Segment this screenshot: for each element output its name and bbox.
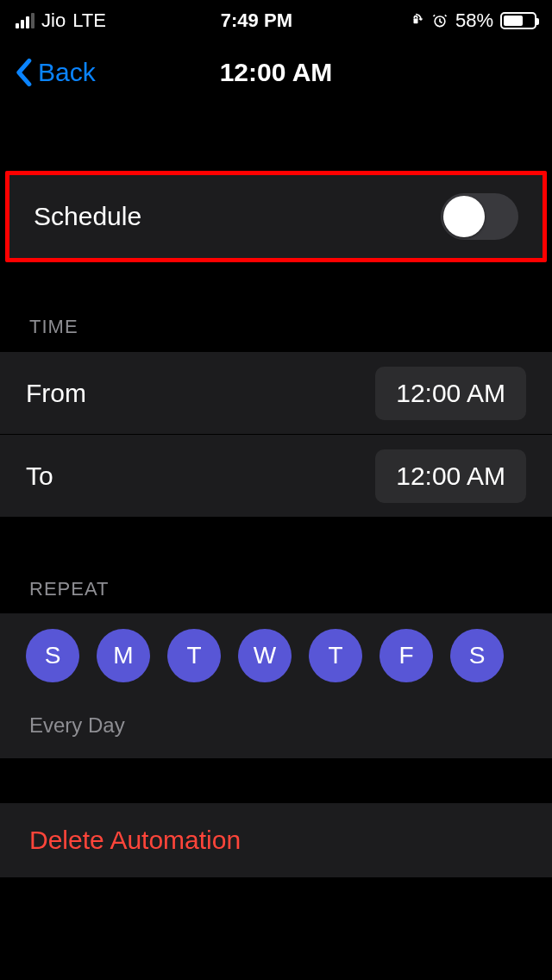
day-thursday[interactable]: T — [309, 629, 362, 682]
battery-percentage: 58% — [455, 9, 493, 32]
time-group: From 12:00 AM To 12:00 AM — [0, 350, 552, 518]
schedule-row-highlight: Schedule — [5, 171, 547, 262]
back-button[interactable]: Back — [14, 58, 96, 87]
to-row: To 12:00 AM — [0, 434, 552, 517]
day-tuesday[interactable]: T — [167, 629, 221, 682]
toggle-knob — [443, 196, 485, 237]
schedule-row: Schedule — [9, 175, 543, 258]
carrier-label: Jio — [41, 9, 66, 32]
status-left: Jio LTE — [16, 9, 106, 32]
schedule-toggle[interactable] — [441, 193, 518, 240]
orientation-lock-icon — [407, 12, 424, 29]
time-section-header: TIME — [0, 316, 552, 338]
nav-bar: Back 12:00 AM — [0, 41, 552, 104]
repeat-days-row: S M T W T F S — [0, 612, 552, 698]
from-label: From — [26, 379, 86, 408]
status-time: 7:49 PM — [221, 9, 292, 32]
from-row: From 12:00 AM — [0, 351, 552, 434]
day-wednesday[interactable]: W — [238, 629, 292, 682]
chevron-left-icon — [14, 58, 33, 87]
day-monday[interactable]: M — [97, 629, 150, 682]
day-saturday[interactable]: S — [450, 629, 504, 682]
repeat-summary: Every Day — [0, 698, 552, 759]
alarm-icon — [431, 12, 448, 29]
svg-rect-0 — [413, 19, 417, 24]
status-right: 58% — [407, 9, 536, 32]
to-label: To — [26, 462, 53, 491]
to-time-picker[interactable]: 12:00 AM — [375, 449, 526, 503]
battery-icon — [500, 12, 536, 29]
network-type-label: LTE — [72, 9, 106, 32]
day-friday[interactable]: F — [380, 629, 433, 682]
back-label: Back — [38, 58, 96, 87]
schedule-label: Schedule — [34, 202, 141, 231]
from-time-picker[interactable]: 12:00 AM — [375, 367, 526, 420]
repeat-section-header: REPEAT — [0, 578, 552, 600]
status-bar: Jio LTE 7:49 PM 58% — [0, 0, 552, 41]
signal-strength-icon — [16, 13, 34, 28]
delete-automation-button[interactable]: Delete Automation — [0, 802, 552, 878]
day-sunday[interactable]: S — [26, 629, 79, 682]
